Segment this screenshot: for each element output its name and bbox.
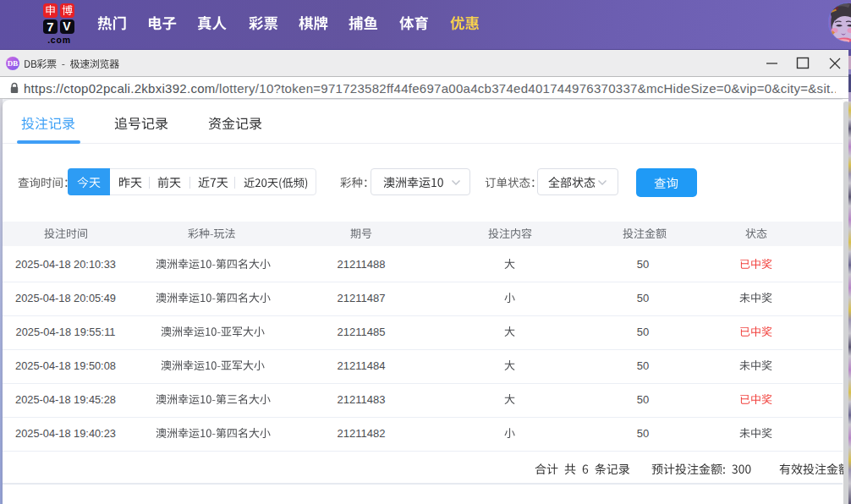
svg-text:DB: DB [8, 59, 19, 68]
